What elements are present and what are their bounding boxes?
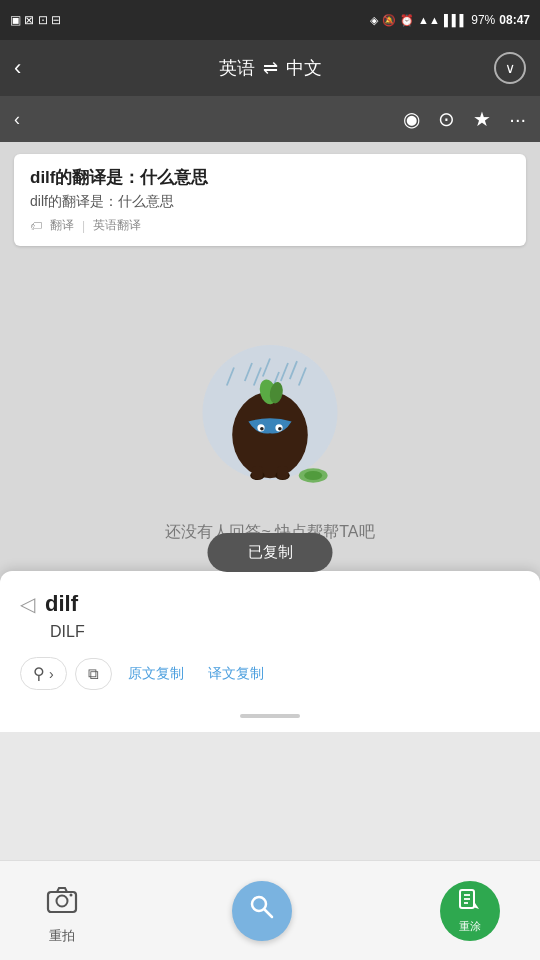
location-icon: ◈ <box>370 14 378 27</box>
wifi-icon: ▲▲ <box>418 14 440 26</box>
popup-copy-button[interactable]: ⧉ <box>75 658 112 690</box>
result-subtitle: dilf的翻译是：什么意思 <box>30 193 510 211</box>
search-icon: ⚲ <box>33 664 45 683</box>
tag-translation: 翻译 <box>50 217 74 234</box>
speaker-icon[interactable]: ◁ <box>20 592 35 616</box>
battery-level: 97% <box>471 13 495 27</box>
retake-button[interactable]: 重拍 <box>40 877 84 945</box>
main-content: dilf的翻译是：什么意思 dilf的翻译是：什么意思 🏷 翻译 | 英语翻译 <box>0 142 540 732</box>
chevron-down-icon: ∨ <box>505 60 515 76</box>
svg-point-23 <box>57 895 68 906</box>
wechat-icon[interactable]: ◉ <box>403 107 420 131</box>
popup-copy-translation-button[interactable]: 译文复制 <box>200 659 272 689</box>
search-button[interactable] <box>232 881 292 941</box>
retake-label: 重拍 <box>49 927 75 945</box>
drag-handle-bar <box>240 714 300 718</box>
status-bar: ▣ ⊠ ⊡ ⊟ ◈ 🔕 ⏰ ▲▲ ▌▌▌ 97% 08:47 <box>0 0 540 40</box>
svg-rect-18 <box>252 467 263 480</box>
copied-label: 已复制 <box>248 543 293 560</box>
nav-back-button[interactable]: ‹ <box>14 55 50 81</box>
signal-icon: ▌▌▌ <box>444 14 467 26</box>
repaint-label: 重涂 <box>459 919 481 934</box>
tag-icon: 🏷 <box>30 219 42 233</box>
more-icon[interactable]: ··· <box>509 108 526 131</box>
status-bar-left: ▣ ⊠ ⊡ ⊟ <box>10 13 61 27</box>
time-display: 08:47 <box>499 13 530 27</box>
edit-icon <box>457 887 483 917</box>
nav-bar: ‹ 英语 ⇌ 中文 ∨ <box>0 40 540 96</box>
svg-rect-19 <box>277 467 288 480</box>
repaint-button[interactable]: 重涂 <box>440 881 500 941</box>
star-icon[interactable]: ★ <box>473 107 491 131</box>
popup-actions: ⚲ › ⧉ 原文复制 译文复制 <box>20 657 520 690</box>
popup-word: dilf <box>45 591 78 617</box>
nav-title: 英语 ⇌ 中文 <box>219 56 322 80</box>
svg-point-9 <box>232 392 308 478</box>
result-tags: 🏷 翻译 | 英语翻译 <box>30 217 510 234</box>
secondary-nav-back[interactable]: ‹ <box>14 109 20 130</box>
copied-toast: 已复制 <box>208 533 333 572</box>
search-arrow-icon: › <box>49 666 54 682</box>
popup-word-row: ◁ dilf <box>20 591 520 617</box>
tag-english-translation: 英语翻译 <box>93 217 141 234</box>
retake-icon <box>40 877 84 921</box>
translation-popup: ◁ dilf DILF ⚲ › ⧉ 原文复制 译文复制 <box>0 571 540 732</box>
nav-title-english: 英语 <box>219 56 255 80</box>
status-bar-right: ◈ 🔕 ⏰ ▲▲ ▌▌▌ 97% 08:47 <box>370 13 530 27</box>
nav-right: ∨ <box>490 52 526 84</box>
popup-search-button[interactable]: ⚲ › <box>20 657 67 690</box>
bottom-toolbar: 重拍 重涂 <box>0 860 540 960</box>
mute-icon: 🔕 <box>382 14 396 27</box>
svg-point-15 <box>278 427 282 431</box>
alarm-icon: ⏰ <box>400 14 414 27</box>
nav-swap-icon[interactable]: ⇌ <box>263 57 278 79</box>
status-icons: ▣ ⊠ ⊡ ⊟ <box>10 13 61 27</box>
popup-drag-handle[interactable] <box>20 704 520 732</box>
svg-line-26 <box>265 910 273 918</box>
popup-copy-original-button[interactable]: 原文复制 <box>120 659 192 689</box>
svg-point-24 <box>70 893 73 896</box>
secondary-nav-icons: ◉ ⊙ ★ ··· <box>403 107 526 131</box>
nav-down-button[interactable]: ∨ <box>494 52 526 84</box>
copy-icon: ⧉ <box>88 665 99 683</box>
svg-point-21 <box>304 471 322 480</box>
result-card[interactable]: dilf的翻译是：什么意思 dilf的翻译是：什么意思 🏷 翻译 | 英语翻译 <box>14 154 526 246</box>
camera-icon[interactable]: ⊙ <box>438 107 455 131</box>
secondary-nav: ‹ ◉ ⊙ ★ ··· <box>0 96 540 142</box>
result-title: dilf的翻译是：什么意思 <box>30 166 510 189</box>
search-magnifier-icon <box>246 891 278 930</box>
popup-meaning: DILF <box>20 623 520 641</box>
empty-illustration <box>180 318 360 498</box>
nav-title-chinese: 中文 <box>286 56 322 80</box>
svg-point-14 <box>260 427 264 431</box>
